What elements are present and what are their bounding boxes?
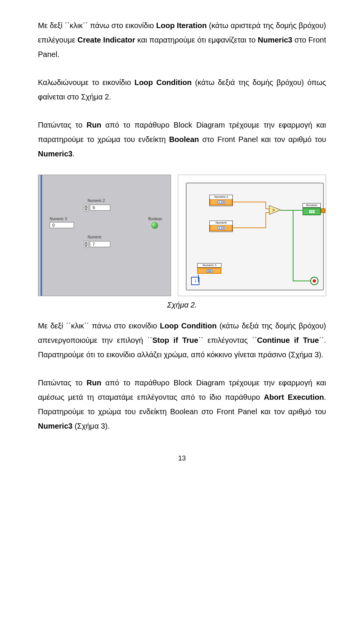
spinner-icon: ▲▼ xyxy=(84,240,88,248)
svg-text:>: > xyxy=(272,208,275,212)
paragraph-4: Με δεξί ΄΄κλικ΄΄ πάνω στο εικονίδιο Loop… xyxy=(38,319,326,362)
bold: Numeric3 xyxy=(38,150,72,158)
numeric-terminal: Numeric 1.23 xyxy=(209,221,233,232)
bold: Run xyxy=(86,121,101,129)
text: Με δεξί ΄΄κλικ΄΄ πάνω στο εικονίδιο xyxy=(38,322,160,330)
figure-caption: Σχήμα 2. xyxy=(38,301,326,309)
loop-tunnel-icon xyxy=(321,208,325,213)
bold: Loop Iteration xyxy=(156,21,207,30)
svg-marker-0 xyxy=(269,205,281,215)
bold: Continue if True xyxy=(257,336,319,344)
greater-than-node-icon: > xyxy=(269,205,281,215)
wire-boolean xyxy=(293,281,312,281)
terminal-type: TF xyxy=(309,210,315,214)
numeric3-terminal: Numeric 3 I32 xyxy=(197,263,221,274)
page-number: 13 xyxy=(38,454,326,462)
boolean-label: Boolean xyxy=(148,217,162,221)
block-diagram-screenshot: Numeric 2 1.23 Numeric 1.23 > Bool xyxy=(178,175,326,296)
terminal-label: Numeric 3 xyxy=(197,263,221,268)
text: ΄΄ επιλέγοντας ΄΄ xyxy=(198,336,257,344)
numeric2-control: ▲▼ 9 xyxy=(84,204,110,211)
text: Πατώντας το xyxy=(38,121,86,129)
wire xyxy=(198,274,199,282)
figure-2: Numeric 2 ▲▼ 9 Numeric 3 0 Boolean Numer… xyxy=(38,175,326,296)
text: και παρατηρούμε ότι εμφανίζεται το xyxy=(135,36,258,44)
wire xyxy=(265,212,266,228)
bold: Stop if True xyxy=(152,336,198,344)
loop-condition-icon xyxy=(310,277,318,285)
bold: Boolean xyxy=(169,135,199,144)
numeric3-indicator: 0 xyxy=(50,222,74,228)
paragraph-1: Με δεξί ΄΄κλικ΄΄ πάνω στο εικονίδιο Loop… xyxy=(38,18,326,62)
wire xyxy=(265,202,266,209)
spinner-icon: ▲▼ xyxy=(84,204,88,211)
bold: Create Indicator xyxy=(77,36,135,44)
terminal-type: I32 xyxy=(207,269,213,273)
numeric-value: 7 xyxy=(90,241,110,247)
text: Πατώντας το xyxy=(38,379,86,387)
bold: Loop Condition xyxy=(160,322,217,330)
text: Με δεξί ΄΄κλικ΄΄ πάνω στο εικονίδιο xyxy=(38,21,156,30)
numeric3-value: 0 xyxy=(50,222,74,228)
text: . xyxy=(72,150,75,158)
wire-boolean xyxy=(281,210,303,211)
text: στο Front Panel και τον αριθμό του xyxy=(199,135,326,144)
stop-dot-icon xyxy=(313,279,316,282)
bold: Numeric3 xyxy=(258,36,292,44)
numeric2-terminal: Numeric 2 1.23 xyxy=(209,195,233,206)
numeric-control: ▲▼ 7 xyxy=(84,240,110,248)
numeric2-value: 9 xyxy=(90,205,110,211)
front-panel-screenshot: Numeric 2 ▲▼ 9 Numeric 3 0 Boolean Numer… xyxy=(38,175,171,296)
bold: Numeric3 xyxy=(38,422,72,430)
boolean-terminal: Boolean TF xyxy=(303,203,321,214)
bold: Loop Condition xyxy=(134,78,191,87)
vertical-scrollbar xyxy=(41,175,42,296)
wire-boolean xyxy=(293,210,293,281)
text: (Σχήμα 3). xyxy=(72,422,110,430)
bold: Run xyxy=(86,379,101,387)
boolean-led-icon xyxy=(151,222,158,229)
numeric2-label: Numeric 2 xyxy=(88,199,105,203)
numeric-label: Numeric xyxy=(88,235,102,239)
terminal-label: Boolean xyxy=(303,203,321,208)
wire xyxy=(232,227,266,228)
numeric3-label: Numeric 3 xyxy=(50,217,67,221)
terminal-type: 1.23 xyxy=(218,226,225,230)
paragraph-2: Καλωδιώνουμε το εικονίδιο Loop Condition… xyxy=(38,75,326,104)
paragraph-3: Πατώντας το Run από το παράθυρο Block Di… xyxy=(38,118,326,161)
terminal-label: Numeric 2 xyxy=(210,195,232,199)
terminal-label: Numeric xyxy=(210,221,232,225)
paragraph-5: Πατώντας το Run από το παράθυρο Block Di… xyxy=(38,375,326,433)
while-loop-structure: Numeric 2 1.23 Numeric 1.23 > Bool xyxy=(186,183,324,290)
wire xyxy=(232,202,266,202)
bold: Abort Execution xyxy=(264,393,324,401)
text: Καλωδιώνουμε το εικονίδιο xyxy=(38,78,134,87)
terminal-type: 1.23 xyxy=(218,200,225,204)
